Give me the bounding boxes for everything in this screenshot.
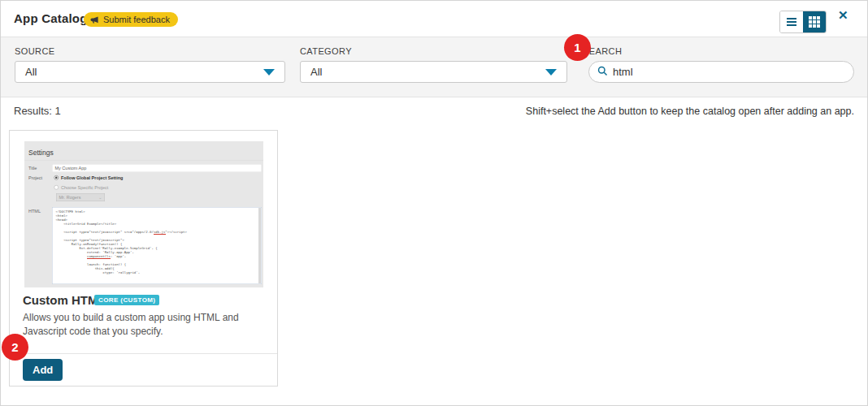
preview-project-label: Project [28, 175, 42, 180]
filter-bar: SOURCE All CATEGORY All SEARCH [1, 37, 868, 97]
submit-feedback-button[interactable]: Submit feedback [84, 12, 178, 27]
view-toggle-group [779, 11, 827, 33]
preview-project-select-value: Mr. Rogers [59, 195, 81, 200]
radio-unselected-icon [54, 185, 59, 190]
divider [24, 161, 263, 162]
grid-view-icon [809, 16, 820, 28]
category-label: CATEGORY [300, 46, 352, 56]
page-title: App Catalog [14, 11, 88, 25]
preview-radio-global-label: Follow Global Project Setting [61, 175, 123, 180]
misspell-underline [154, 234, 166, 235]
preview-html-label: HTML [28, 209, 41, 214]
preview-code-editor: <!DOCTYPE html> <html> <head> <title>Gri… [52, 207, 262, 284]
category-select-value: All [310, 66, 322, 78]
results-count: Results: 1 [14, 105, 61, 117]
chevron-down-icon: ⌄ [98, 194, 102, 201]
app-card-title: Custom HTML [23, 293, 106, 307]
add-button[interactable]: Add [23, 359, 63, 381]
app-card-badge: CORE (CUSTOM) [94, 295, 159, 305]
preview-title-input: My Custom App [52, 164, 262, 172]
close-icon: ✕ [838, 8, 848, 22]
preview-title-label: Title [28, 166, 37, 171]
search-field [588, 61, 854, 83]
source-select[interactable]: All [15, 61, 285, 83]
annotation-step-1: 1 [564, 34, 591, 61]
app-catalog-dialog: App Catalog Submit feedback ✕ SOURCE All… [0, 0, 868, 406]
list-view-icon [787, 18, 796, 26]
source-select-value: All [25, 66, 37, 78]
code-scrollbar [258, 208, 261, 283]
radio-selected-icon [54, 175, 59, 180]
search-input[interactable] [613, 66, 845, 78]
source-label: SOURCE [15, 46, 54, 56]
preview-settings-title: Settings [28, 149, 54, 157]
preview-project-select: ⌄ Mr. Rogers [56, 193, 105, 201]
submit-feedback-label: Submit feedback [103, 15, 170, 24]
chevron-down-icon [545, 69, 557, 76]
search-icon [597, 65, 608, 80]
code-line: xtype: 'rallygrid', [56, 271, 256, 275]
grid-view-button[interactable] [803, 11, 826, 32]
preview-radio-specific-label: Choose Specific Project [61, 185, 108, 190]
megaphone-icon [90, 15, 99, 24]
app-card-description: Allows you to build a custom app using H… [23, 311, 268, 339]
list-view-button[interactable] [780, 11, 803, 32]
divider [10, 353, 277, 354]
preview-settings-panel: Settings Title My Custom App Project Fol… [24, 141, 263, 287]
app-preview-image: Settings Title My Custom App Project Fol… [24, 141, 263, 287]
category-select[interactable]: All [300, 61, 567, 83]
annotation-step-2: 2 [2, 334, 28, 361]
shift-select-hint: Shift+select the Add button to keep the … [526, 106, 854, 117]
app-card-custom-html: Settings Title My Custom App Project Fol… [9, 130, 278, 387]
misspell-underline [87, 258, 111, 259]
chevron-down-icon [263, 69, 275, 76]
close-button[interactable]: ✕ [838, 8, 848, 23]
